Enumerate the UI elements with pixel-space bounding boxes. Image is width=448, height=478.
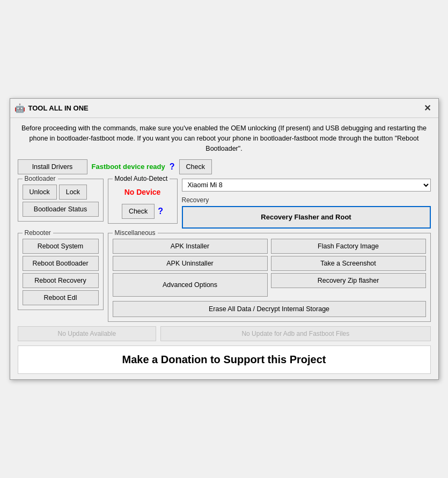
model-label: Model Auto-Detect — [113, 175, 170, 182]
main-area: Bootloader Unlock Lock Bootloader Status… — [18, 179, 431, 229]
bootloader-group: Bootloader Unlock Lock Bootloader Status — [18, 179, 104, 222]
check-button-top[interactable]: Check — [179, 159, 212, 174]
right-col: Xiaomi Mi 8 Recovery Recovery Flasher an… — [182, 179, 431, 229]
unlock-button[interactable]: Unlock — [23, 185, 57, 200]
bootloader-status-button[interactable]: Bootloader Status — [23, 202, 99, 217]
check-button-model[interactable]: Check — [122, 204, 155, 219]
no-update-button: No Update Available — [18, 326, 157, 341]
take-screenshot-button[interactable]: Take a Screenshot — [271, 256, 426, 271]
model-check-row: Check ? — [122, 204, 163, 219]
fastboot-status: Fastboot device ready — [92, 163, 165, 171]
reboot-recovery-button[interactable]: Reboot Recovery — [23, 273, 99, 288]
donation-bar[interactable]: Make a Donation to Support this Project — [18, 345, 431, 374]
android-icon: 🤖 — [14, 103, 25, 113]
apk-uninstaller-button[interactable]: APK Uninstaller — [113, 256, 268, 271]
help-link-top[interactable]: ? — [170, 162, 175, 172]
flash-factory-button[interactable]: Flash Factory Image — [271, 239, 426, 254]
rebooter-label: Rebooter — [23, 229, 53, 237]
no-update-adb-button: No Update for Adb and Fastboot Files — [160, 326, 430, 341]
erase-all-button[interactable]: Erase All Data / Decrypt Internal Storag… — [113, 301, 426, 317]
apk-installer-button[interactable]: APK Installer — [113, 239, 268, 254]
install-drivers-button[interactable]: Install Drivers — [18, 159, 87, 174]
content-area: Before proceeding with the commands, mak… — [10, 118, 438, 379]
title-bar: 🤖 TOOL ALL IN ONE ✕ — [10, 99, 438, 118]
advanced-options-button[interactable]: Advanced Options — [113, 273, 268, 297]
update-row: No Update Available No Update for Adb an… — [18, 326, 431, 341]
window-title: TOOL ALL IN ONE — [28, 104, 89, 112]
misc-label: Miscellaneous — [113, 229, 158, 237]
recovery-flasher-button[interactable]: Recovery Flasher and Root — [182, 206, 431, 229]
help-link-model[interactable]: ? — [158, 207, 163, 216]
reboot-bootloader-button[interactable]: Reboot Bootloader — [23, 256, 99, 271]
recovery-group: Recovery Recovery Flasher and Root — [182, 196, 431, 229]
model-autodetect-group: Model Auto-Detect No Device Check ? — [108, 179, 178, 224]
top-controls: Install Drivers Fastboot device ready ? … — [18, 159, 431, 174]
title-bar-left: 🤖 TOOL ALL IN ONE — [14, 103, 89, 113]
model-select[interactable]: Xiaomi Mi 8 — [182, 179, 431, 192]
model-select-row: Xiaomi Mi 8 — [182, 179, 431, 192]
recovery-zip-button[interactable]: Recovery Zip flasher — [271, 273, 426, 288]
no-device-status: No Device — [124, 188, 161, 196]
bottom-section: Rebooter Reboot System Reboot Bootloader… — [18, 233, 431, 322]
bootloader-label: Bootloader — [23, 175, 58, 182]
close-button[interactable]: ✕ — [421, 102, 434, 114]
unlock-lock-row: Unlock Lock — [23, 185, 99, 200]
recovery-label: Recovery — [182, 196, 209, 204]
reboot-system-button[interactable]: Reboot System — [23, 239, 99, 254]
info-text: Before proceeding with the commands, mak… — [18, 123, 431, 153]
reboot-edl-button[interactable]: Reboot Edl — [23, 290, 99, 305]
misc-group: Miscellaneous APK Installer APK Uninstal… — [108, 233, 431, 322]
rebooter-group: Rebooter Reboot System Reboot Bootloader… — [18, 233, 104, 310]
lock-button[interactable]: Lock — [59, 185, 87, 200]
main-window: 🤖 TOOL ALL IN ONE ✕ Before proceeding wi… — [10, 98, 439, 379]
